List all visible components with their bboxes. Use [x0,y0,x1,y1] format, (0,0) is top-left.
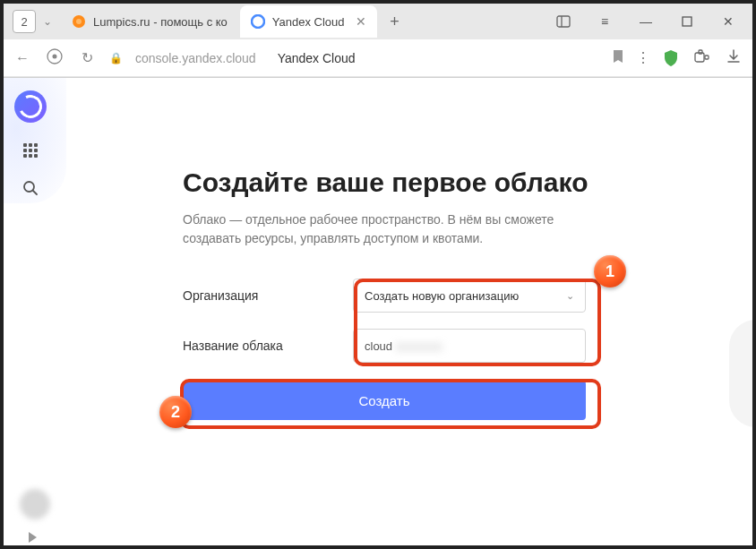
page-title-text: Yandex Cloud [278,51,356,65]
svg-point-11 [24,182,34,192]
annotation-badge-1: 1 [594,255,626,287]
annotation-badge-2: 2 [159,396,192,428]
tab-title: Yandex Cloud [272,15,345,29]
page-content: Создайте ваше первое облако Облако — отд… [4,78,752,546]
minimize-button[interactable]: — [625,7,666,36]
svg-line-12 [33,191,37,194]
create-button[interactable]: Создать [183,381,586,420]
back-button[interactable]: ← [13,50,32,66]
window-controls: ≡ — ✕ [543,7,749,36]
svg-rect-10 [705,56,709,59]
tabs-row: 2 ⌄ Lumpics.ru - помощь с ко Yandex Clou… [4,4,752,39]
address-bar-row: ← ↻ 🔒 console.yandex.cloud Yandex Cloud … [4,39,752,77]
new-tab-button[interactable]: + [382,9,408,34]
shield-icon[interactable] [663,49,679,67]
svg-rect-9 [699,50,702,54]
yandex-cloud-logo-icon[interactable] [14,90,47,123]
svg-rect-5 [683,17,692,26]
tab-title: Lumpics.ru - помощь с ко [93,15,228,29]
apps-grid-icon[interactable] [21,141,40,160]
cloud-name-label: Название облака [183,339,353,353]
org-row: Организация Создать новую организацию ⌄ [183,279,717,313]
close-button[interactable]: ✕ [708,7,749,36]
cloud-name-input[interactable]: cloudxxxxxxx [353,329,586,363]
downloads-icon[interactable] [724,49,743,67]
cloud-name-row: Название облака cloudxxxxxxx [183,329,717,363]
svg-point-2 [252,15,264,28]
svg-point-7 [53,54,57,58]
close-icon[interactable]: ✕ [356,14,366,29]
yandex-cloud-favicon-icon [251,14,265,29]
org-label: Организация [183,288,353,303]
search-icon[interactable] [21,178,40,198]
blurred-text: xxxxxxx [396,339,443,353]
extensions-icon[interactable] [692,48,711,68]
kebab-menu-icon[interactable]: ⋮ [636,49,650,66]
tab-lumpics[interactable]: Lumpics.ru - помощь с ко [61,5,238,38]
avatar[interactable] [20,489,50,519]
org-select[interactable]: Создать новую организацию ⌄ [353,279,586,313]
sidebar-toggle-icon[interactable] [543,7,584,36]
menu-icon[interactable]: ≡ [584,7,625,36]
tab-yandex-cloud[interactable]: Yandex Cloud ✕ [240,5,377,38]
sidebar [4,78,57,546]
bookmark-icon[interactable] [613,49,623,66]
org-select-value: Создать новую организацию [365,289,519,303]
chevron-down-icon[interactable]: ⌄ [43,15,52,28]
main-content: Создайте ваше первое облако Облако — отд… [57,78,752,546]
decorative-bulge [729,320,756,427]
tab-counter[interactable]: 2 [13,10,36,33]
maximize-button[interactable] [666,7,708,36]
browser-chrome: 2 ⌄ Lumpics.ru - помощь с ко Yandex Clou… [4,4,752,78]
cloud-name-value: cloud [365,339,392,353]
chevron-down-icon: ⌄ [566,290,574,302]
svg-point-1 [76,19,82,24]
play-icon[interactable] [29,532,37,543]
page-subtext: Облако — отдельное рабочее пространство.… [183,210,604,248]
lock-icon[interactable]: 🔒 [109,52,123,64]
lumpics-favicon-icon [72,14,86,29]
page-heading: Создайте ваше первое облако [183,167,717,198]
yandex-icon[interactable] [45,48,64,68]
reload-button[interactable]: ↻ [77,49,97,66]
svg-rect-3 [557,16,570,27]
url-text[interactable]: console.yandex.cloud [135,51,256,65]
